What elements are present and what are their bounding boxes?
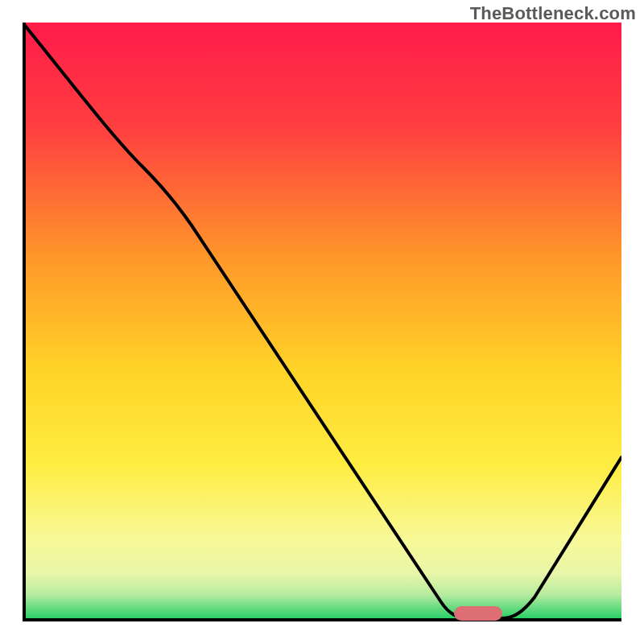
chart-canvas: TheBottleneck.com	[0, 0, 644, 644]
attribution-label: TheBottleneck.com	[470, 3, 636, 24]
optimum-marker	[454, 606, 502, 621]
chart-svg	[23, 23, 621, 621]
plot-area	[23, 23, 621, 621]
gradient-background	[23, 23, 621, 621]
